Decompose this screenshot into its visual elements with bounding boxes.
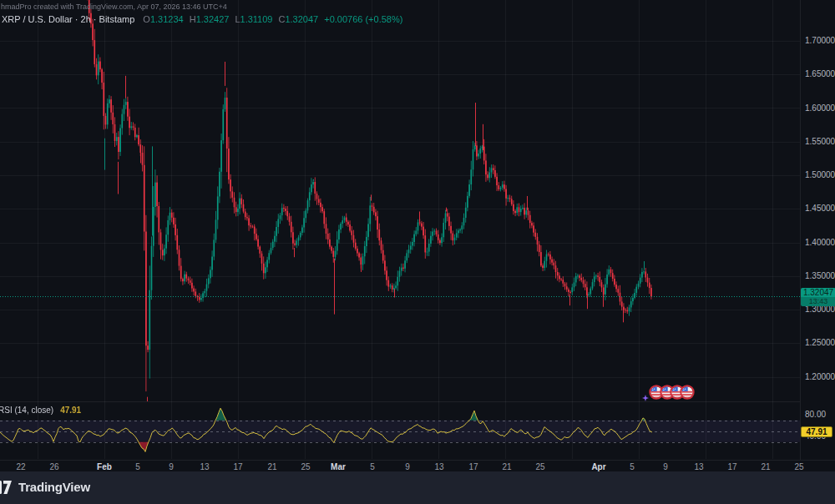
change-value: +0.00766 (+0.58%)	[324, 14, 402, 24]
time-axis-label: 13	[694, 462, 703, 471]
bar-countdown: 13:43	[801, 297, 835, 306]
time-axis-label: 9	[169, 462, 174, 471]
open-label: O	[143, 14, 150, 24]
time-axis-label: 13	[200, 462, 209, 471]
time-axis-label: 17	[468, 462, 478, 471]
time-axis-label: 9	[663, 462, 668, 471]
us-flag-sticker-emoji[interactable]	[680, 385, 695, 400]
price-axis-label: 1.20000	[805, 372, 835, 381]
time-axis-label: 5	[370, 462, 375, 471]
sparkle-icon	[642, 395, 649, 401]
low-value: 1.31109	[240, 14, 273, 24]
time-axis-label: 17	[727, 462, 736, 471]
symbol-legend: XRP / U.S. Dollar · 2h · BitstampO1.3123…	[2, 14, 402, 24]
time-axis-label: 26	[49, 462, 58, 471]
time-axis-label: 25	[535, 462, 544, 471]
high-label: H	[190, 14, 196, 24]
high-value: 1.32427	[196, 14, 230, 24]
symbol-title[interactable]: XRP / U.S. Dollar · 2h · Bitstamp	[2, 14, 134, 24]
open-value: 1.31234	[150, 14, 184, 24]
rsi-value-badge: 47.91	[801, 426, 832, 437]
time-axis-label: 21	[267, 462, 276, 471]
price-axis-label: 1.40000	[805, 238, 835, 247]
time-axis-label: Mar	[331, 462, 346, 471]
time-axis-label: Feb	[97, 462, 112, 471]
price-axis-label: 1.50000	[805, 170, 835, 179]
price-axis-label: 1.25000	[805, 338, 835, 347]
time-axis-label: 21	[502, 462, 511, 471]
tradingview-chart-window: hmadPro created with TradingView.com, Ap…	[0, 0, 835, 504]
time-axis-label: Apr	[591, 462, 605, 471]
rsi-axis-label: 80.00	[805, 410, 826, 419]
price-axis-label: 1.55000	[805, 137, 835, 146]
price-axis-label: 1.65000	[805, 69, 835, 78]
time-axis-label: 5	[630, 462, 635, 471]
sticker-group[interactable]	[642, 385, 701, 402]
price-axis-label: 1.35000	[805, 271, 835, 280]
rsi-label: RSI (14, close)	[0, 406, 53, 415]
time-axis-label: 9	[405, 462, 410, 471]
watermark-text: hmadPro created with TradingView.com, Ap…	[1, 3, 227, 11]
time-axis-label: 5	[135, 462, 140, 471]
tradingview-wordmark[interactable]: TradingView	[18, 480, 90, 494]
time-axis-label: 22	[16, 462, 25, 471]
current-price-badge: 1.32047 13:43	[801, 288, 835, 306]
time-axis-label: 17	[233, 462, 242, 471]
time-axis-label: 21	[761, 462, 770, 471]
rsi-value: 47.91	[60, 406, 81, 415]
time-axis-label: 13	[434, 462, 443, 471]
current-price-value: 1.32047	[801, 288, 835, 297]
time-axis[interactable]: 2226Feb5913172125Mar5913172125Apr5913172…	[0, 460, 835, 471]
time-axis-label: 25	[301, 462, 310, 471]
time-axis-label: 25	[794, 462, 803, 471]
close-value: 1.32047	[285, 14, 318, 24]
price-axis-label: 1.60000	[805, 103, 835, 113]
bottom-toolbar: TradingView	[0, 471, 835, 504]
price-axis-label: 1.45000	[805, 204, 835, 213]
tradingview-logo-icon[interactable]	[0, 478, 13, 496]
price-axis-label: 1.70000	[805, 36, 835, 45]
price-axis[interactable]: 40.0080.00 1.32047 13:43 47.91 1.700001.…	[800, 0, 835, 460]
rsi-legend[interactable]: RSI (14, close)47.91	[0, 406, 81, 415]
